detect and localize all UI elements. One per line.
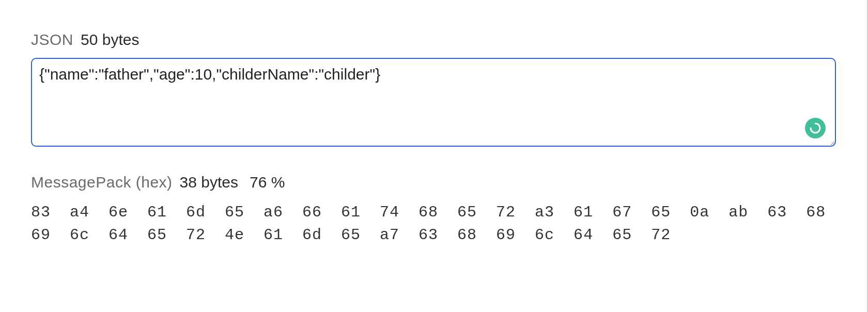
msgpack-title: MessagePack (hex) <box>31 174 173 191</box>
msgpack-ratio-label: 76 % <box>250 174 285 191</box>
msgpack-section-header: MessagePack (hex) 38 bytes 76 % <box>31 174 836 191</box>
msgpack-size-label: 38 bytes <box>180 174 238 191</box>
spinner-check-icon <box>809 122 822 134</box>
msgpack-hex-output: 83 a4 6e 61 6d 65 a6 66 61 74 68 65 72 a… <box>31 201 836 246</box>
status-badge <box>805 118 826 138</box>
page-root: JSON 50 bytes MessagePack (hex) 38 bytes… <box>0 0 868 312</box>
json-input-wrap <box>31 58 836 149</box>
json-section-header: JSON 50 bytes <box>31 31 836 49</box>
json-input[interactable] <box>31 58 836 147</box>
json-size-label: 50 bytes <box>81 31 139 49</box>
json-title: JSON <box>31 31 73 49</box>
